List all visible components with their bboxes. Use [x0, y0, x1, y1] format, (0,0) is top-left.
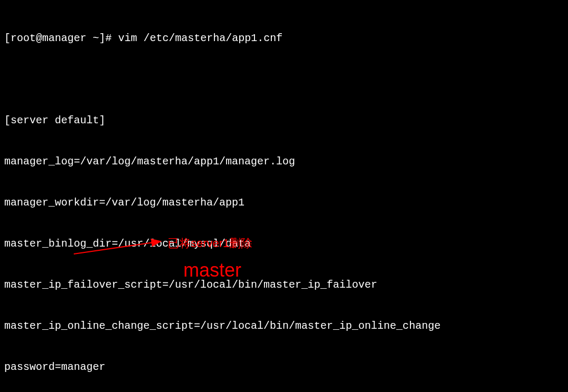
- blank-line: [4, 73, 564, 86]
- prompt-user: root: [11, 32, 36, 44]
- config-line: manager_log=/var/log/masterha/app1/manag…: [4, 155, 564, 169]
- prompt-open: [: [4, 32, 11, 44]
- config-line: manager_workdir=/var/log/masterha/app1: [4, 196, 564, 210]
- command-prompt-line: [root@manager ~]# vim /etc/masterha/app1…: [4, 32, 564, 45]
- config-line: master_ip_online_change_script=/usr/loca…: [4, 319, 564, 333]
- prompt-at: @: [36, 32, 42, 44]
- config-line: master_ip_failover_script=/usr/local/bin…: [4, 278, 564, 292]
- prompt-symbol: #: [105, 32, 112, 44]
- config-line: master_binlog_dir=/usr/local/mysql/data: [4, 237, 564, 251]
- prompt-close: ]: [99, 32, 105, 44]
- prompt-host: manager: [42, 32, 86, 44]
- section-default: [server default]: [4, 114, 564, 128]
- config-line: password=manager: [4, 360, 564, 374]
- terminal-output[interactable]: [root@manager ~]# vim /etc/masterha/app1…: [4, 4, 564, 392]
- prompt-path: ~: [93, 32, 99, 44]
- prompt-command: vim /etc/masterha/app1.cnf: [118, 32, 282, 44]
